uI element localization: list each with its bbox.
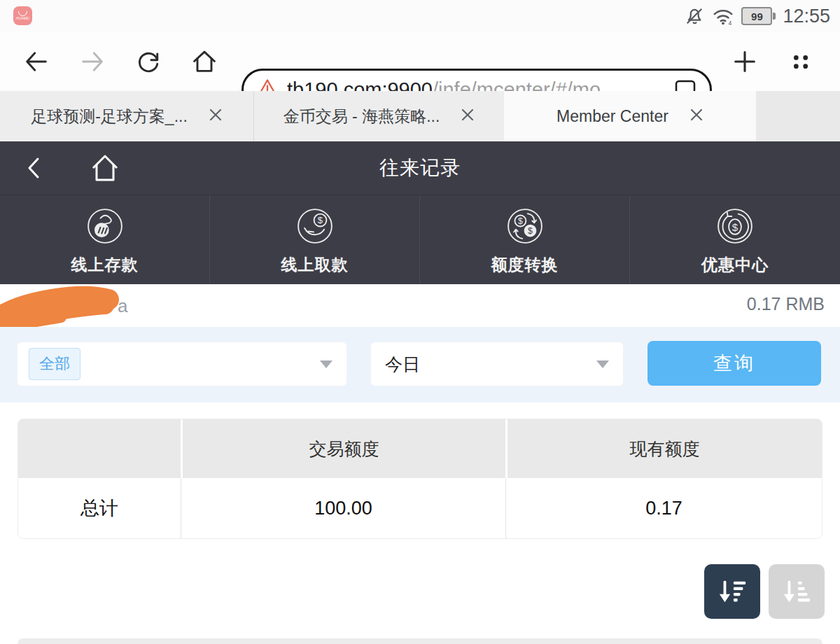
account-row: a 0.17 RMB — [0, 284, 840, 327]
battery-icon: 99 — [741, 7, 776, 25]
table-header-current-amount: 现有额度 — [505, 419, 822, 478]
table-header-blank — [18, 419, 181, 478]
quick-action-promo[interactable]: $ 优惠中心 — [630, 195, 840, 285]
tab-strip: 足球预测-足球方案_... 金币交易 - 海燕策略... Member Cent… — [0, 91, 840, 141]
query-button[interactable]: 查询 — [648, 341, 821, 386]
transfer-icon: $$ — [504, 205, 546, 250]
close-tab-icon[interactable] — [461, 108, 475, 125]
quick-action-label: 线上存款 — [71, 254, 139, 276]
appgallery-notification-icon[interactable]: HUAWEI — [13, 6, 32, 25]
page-header: 往来记录 — [0, 141, 840, 195]
browser-home-button[interactable] — [190, 48, 218, 76]
date-range-value: 今日 — [385, 353, 420, 376]
browser-toolbar: tb190.com:9900/infe/mcenter/#/mo — [0, 32, 840, 91]
total-label-cell: 总计 — [18, 478, 181, 538]
table-header-row: 交易额度 现有额度 — [18, 419, 822, 478]
svg-text:$: $ — [518, 216, 523, 226]
chevron-down-icon — [320, 360, 332, 368]
filter-bar: 全部 今日 查询 — [0, 327, 840, 402]
date-range-select[interactable]: 今日 — [371, 342, 623, 386]
quick-action-label: 优惠中心 — [701, 254, 769, 276]
svg-text:4: 4 — [729, 20, 732, 27]
quick-action-label: 线上取款 — [281, 254, 349, 276]
summary-table: 交易额度 现有额度 总计 100.00 0.17 — [18, 419, 822, 539]
tab-football[interactable]: 足球预测-足球方案_... — [0, 91, 254, 141]
redaction-scribble — [0, 286, 134, 332]
next-card-edge — [18, 638, 822, 644]
appgallery-smile-icon — [18, 11, 27, 16]
account-balance: 0.17 RMB — [747, 294, 825, 314]
quick-actions: 线上存款 $ 线上取款 $$ 额度转换 $ 优惠中心 — [0, 195, 840, 285]
wifi-icon: 4 — [712, 6, 734, 27]
quick-action-transfer[interactable]: $$ 额度转换 — [420, 195, 630, 285]
withdraw-icon: $ — [294, 205, 336, 250]
current-amount-cell: 0.17 — [505, 478, 822, 538]
chevron-down-icon — [596, 360, 609, 368]
quick-action-deposit[interactable]: 线上存款 — [0, 195, 210, 285]
svg-text:$: $ — [317, 215, 323, 225]
new-tab-button[interactable] — [731, 48, 759, 76]
page-title: 往来记录 — [379, 155, 461, 181]
table-header-transaction-amount: 交易额度 — [181, 419, 505, 478]
browser-forward-button[interactable] — [78, 48, 106, 76]
transaction-amount-cell: 100.00 — [181, 478, 505, 538]
sort-controls — [704, 564, 825, 619]
tab-member-center[interactable]: Member Center — [504, 91, 756, 141]
appgallery-label: HUAWEI — [16, 17, 30, 20]
promo-icon: $ — [714, 205, 756, 250]
table-row-total: 总计 100.00 0.17 — [18, 478, 822, 538]
tab-title[interactable]: Member Center — [556, 107, 668, 126]
status-clock: 12:55 — [783, 6, 830, 27]
tab-coin-trade[interactable]: 金币交易 - 海燕策略... — [254, 91, 504, 141]
svg-text:$: $ — [528, 226, 533, 236]
category-select[interactable]: 全部 — [18, 342, 346, 386]
status-bar: HUAWEI 4 99 12:55 — [0, 0, 840, 32]
browser-back-button[interactable] — [22, 48, 50, 76]
close-tab-icon[interactable] — [209, 108, 223, 125]
category-selected-chip[interactable]: 全部 — [29, 348, 80, 380]
mute-icon — [684, 6, 705, 27]
menu-dots-icon[interactable] — [787, 48, 815, 76]
sort-descending-button[interactable] — [704, 564, 760, 619]
tab-strip-filler — [756, 91, 840, 141]
page-home-button[interactable] — [83, 141, 127, 195]
deposit-icon — [84, 205, 126, 250]
tab-title[interactable]: 足球预测-足球方案_... — [31, 106, 188, 127]
quick-action-withdraw[interactable]: $ 线上取款 — [210, 195, 420, 285]
tab-title[interactable]: 金币交易 - 海燕策略... — [284, 106, 440, 127]
battery-percent: 99 — [741, 7, 772, 25]
close-tab-icon[interactable] — [690, 108, 704, 125]
svg-text:$: $ — [732, 220, 738, 232]
browser-refresh-button[interactable] — [134, 48, 162, 76]
quick-action-label: 额度转换 — [491, 254, 559, 276]
sort-ascending-button[interactable] — [769, 564, 825, 619]
page-back-button[interactable] — [18, 141, 50, 195]
